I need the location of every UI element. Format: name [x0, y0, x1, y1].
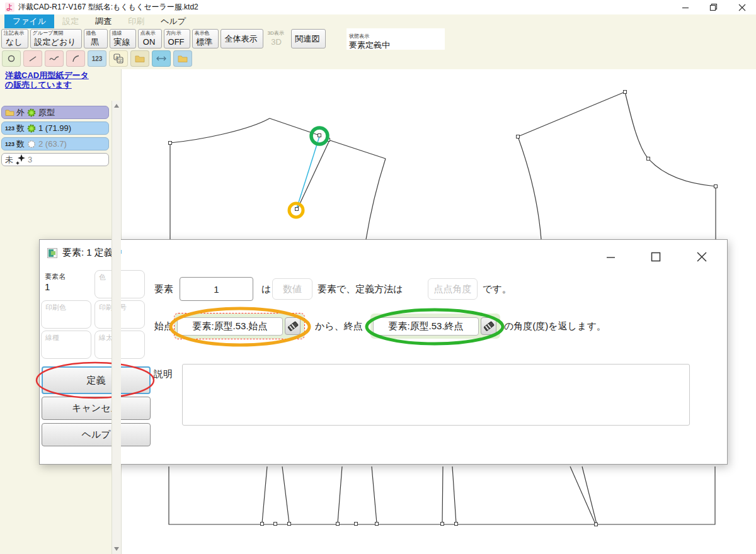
wave-curve-tool-button[interactable] [45, 50, 64, 67]
window-controls [671, 0, 756, 14]
toolbar-label: OFF [166, 37, 186, 47]
definition-method-chip[interactable]: 点点角度 [428, 278, 478, 300]
toolbar-fit-view-button[interactable]: 全体表示 [220, 29, 263, 48]
menu-file[interactable]: ファイル [4, 14, 54, 28]
line-type-label: 線種 [45, 333, 87, 342]
shop-link[interactable]: 洋裁CAD用型紙データ の販売しています [5, 71, 89, 89]
toolbar-tag: 方向示 [166, 30, 181, 36]
sidebar-item-outer-group[interactable]: 外 原型 [1, 106, 109, 119]
toolbar-label: 標準 [195, 37, 215, 47]
dialog-icon [47, 248, 57, 258]
sentence1-post: です。 [483, 283, 512, 295]
toolbar-3d-button[interactable]: 3D表示 3D [265, 29, 289, 48]
row-prefix: 未 [5, 154, 13, 166]
window-close-icon[interactable] [728, 0, 756, 14]
translate-icon: A 字 [113, 53, 124, 64]
clear-end-point-button[interactable] [481, 317, 496, 335]
shop-link-line1: 洋裁CAD用型紙データ [5, 71, 89, 80]
toolbar-group-expand-button[interactable]: グループ展開 設定どおり [30, 29, 82, 48]
status-text: 要素定義中 [349, 40, 442, 50]
circle-tool-button[interactable] [2, 50, 21, 67]
row-name: 原型 [38, 107, 55, 118]
defined-gear-icon [26, 123, 37, 133]
toolbar-label: 黒 [86, 37, 104, 47]
sentence2-mid: から、終点 [315, 320, 363, 332]
window-minimize-icon[interactable] [671, 0, 699, 14]
toolbar-tag: グループ展開 [33, 30, 64, 36]
toolbar-note-display-button[interactable]: 注記表示 なし [1, 29, 28, 48]
toolbar-direction-button[interactable]: 方向示 OFF [164, 29, 190, 48]
cancel-button[interactable]: キャンセル [42, 397, 151, 420]
measure-arrow-button[interactable] [152, 50, 171, 67]
toolbar-draw-color-button[interactable]: 描色 黒 [84, 29, 108, 48]
description-textarea[interactable] [182, 364, 690, 426]
toolbar-tag: 描線 [112, 30, 122, 36]
print-color-label: 印刷色 [45, 303, 87, 312]
horizontal-arrow-icon [156, 55, 167, 62]
help-button[interactable]: ヘルプ [42, 423, 151, 446]
toolbar-tag: 表示色 [195, 30, 210, 36]
toolbar-tag: 3D表示 [268, 30, 284, 36]
dialog-close-icon[interactable] [691, 249, 713, 265]
sentence1-pre: 要素 [154, 283, 173, 295]
line-type-cell[interactable]: 線種 [41, 331, 91, 359]
toolbar-display-color-button[interactable]: 表示色 標準 [192, 29, 219, 48]
element-name-cell[interactable]: 要素名 1 [41, 270, 91, 298]
end-point-input[interactable]: 要素:原型.53.終点 [373, 317, 479, 336]
element-type-chip[interactable]: 数値 [272, 278, 312, 300]
define-button[interactable]: 定義 [42, 366, 151, 394]
toolbar-tag: 注記表示 [4, 30, 24, 36]
element-definition-dialog[interactable]: 要素: 1 定義中 要素名 1 色 印刷色 印刷番号 線種 線太さ 定義 キャン… [39, 239, 728, 465]
number-tool-button[interactable]: 123 [88, 50, 106, 67]
sidebar-scrollbar[interactable] [112, 101, 121, 554]
toolbar-point-display-button[interactable]: 点表示 ON [138, 29, 162, 48]
row-prefix: 数 [16, 123, 25, 134]
menubar: ファイル 設定 調査 印刷 ヘルプ [0, 14, 756, 28]
row-prefix: 外 [16, 107, 25, 118]
start-point-group: 要素:原型.53.始点 [175, 314, 304, 339]
row-name: 3 [28, 155, 32, 164]
menu-inspect[interactable]: 調査 [87, 14, 120, 28]
arc-tool-button[interactable] [66, 50, 85, 67]
folder-icon [178, 54, 188, 63]
eraser-icon [483, 320, 495, 332]
start-point-input[interactable]: 要素:原型.53.始点 [177, 317, 283, 336]
window-restore-icon[interactable] [699, 0, 728, 14]
open-folder-dim-button[interactable] [130, 50, 149, 67]
sparkle-icon [15, 154, 26, 166]
toolbar-label: なし [4, 37, 25, 47]
line-icon [28, 54, 38, 64]
sidebar-item-element-3-new[interactable]: 未 3 [1, 153, 109, 166]
number-type-icon: 123 [5, 141, 14, 147]
menu-help[interactable]: ヘルプ [152, 14, 194, 28]
toolbar-tag: 点表示 [140, 30, 156, 36]
toolbar-line-style-button[interactable]: 描線 実線 [110, 29, 136, 48]
menu-settings[interactable]: 設定 [54, 14, 87, 28]
folder-button[interactable] [173, 50, 192, 67]
element-name-value: 1 [45, 281, 88, 292]
sidebar-item-element-1[interactable]: 123 数 1 (71.99) [1, 122, 109, 135]
print-color-cell[interactable]: 印刷色 [41, 300, 91, 329]
number-icon: 123 [92, 55, 103, 62]
scroll-up-icon[interactable] [114, 104, 119, 108]
toolbar-tag: 描色 [86, 30, 96, 36]
app-icon: よ [5, 3, 14, 12]
circle-icon [6, 54, 16, 64]
folder-icon [135, 54, 145, 63]
element-number-input[interactable]: 1 [180, 277, 253, 301]
shop-link-line2: の販売しています [5, 80, 89, 89]
end-point-group: 要素:原型.53.終点 [370, 314, 500, 339]
toolbar-relation-map-button[interactable]: 関連図 [291, 29, 326, 48]
sidebar-item-element-2[interactable]: 123 数 2 (63.7) [1, 137, 109, 150]
scroll-down-icon[interactable] [114, 547, 119, 551]
translate-tool-button[interactable]: A 字 [109, 50, 128, 67]
dialog-maximize-icon[interactable] [645, 249, 667, 265]
toolbar-main: 注記表示 なし グループ展開 設定どおり 描色 黒 描線 実線 点表示 ON 方… [1, 29, 326, 48]
eraser-icon [287, 320, 299, 332]
menu-print[interactable]: 印刷 [120, 14, 152, 28]
clear-start-point-button[interactable] [285, 317, 301, 335]
line-tool-button[interactable] [23, 50, 42, 67]
row-name: 1 (71.99) [38, 123, 71, 133]
dialog-minimize-icon[interactable] [600, 249, 621, 265]
toolbar-label: 実線 [112, 37, 132, 47]
